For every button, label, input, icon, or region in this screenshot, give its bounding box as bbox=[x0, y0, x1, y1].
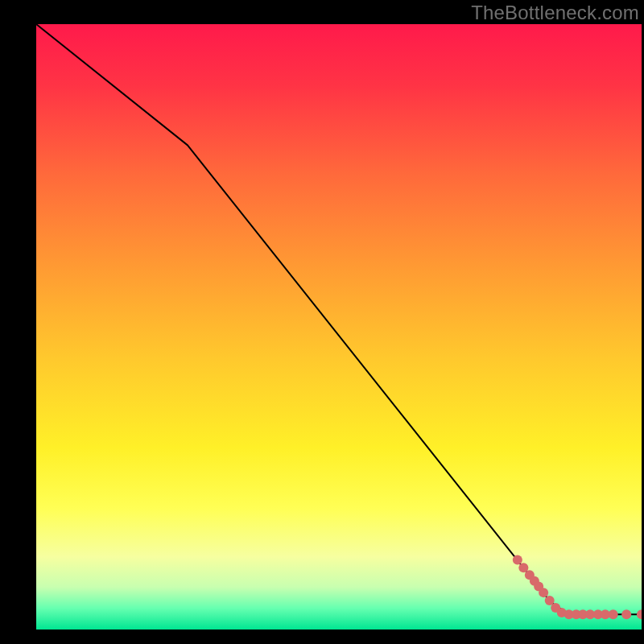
chart-frame: TheBottleneck.com bbox=[0, 0, 644, 644]
chart-svg bbox=[36, 24, 642, 630]
gradient-background bbox=[36, 24, 642, 630]
scatter-point bbox=[539, 588, 548, 597]
scatter-point bbox=[609, 609, 618, 619]
scatter-point bbox=[513, 555, 522, 565]
plot-area bbox=[36, 24, 642, 630]
scatter-point bbox=[621, 609, 631, 619]
watermark-text: TheBottleneck.com bbox=[471, 2, 639, 24]
